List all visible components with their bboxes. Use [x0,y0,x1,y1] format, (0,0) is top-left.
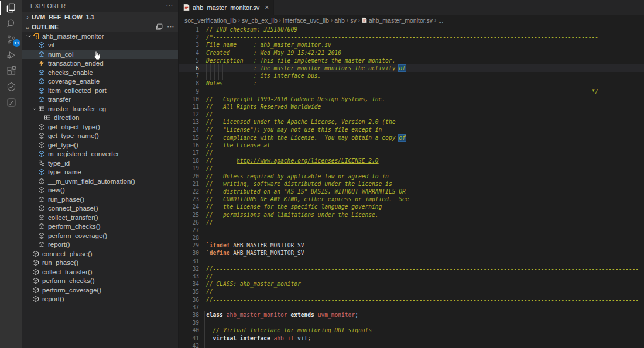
outline-item-get-type-name[interactable]: get_type_name() [22,132,178,141]
code-line-15[interactable]: 15// compliance with the License. You ma… [179,134,644,142]
breadcrumb-item[interactable]: ahb_master_monitor.sv [362,17,433,24]
code-line-29[interactable]: 29`ifndef AHB_MASTER_MONITOR_SV [179,242,644,249]
outline-item-type-name[interactable]: type_name [22,168,178,177]
outline-item-transfer[interactable]: transfer [22,95,178,105]
breadcrumb-item[interactable]: ahb [334,17,345,24]
outline-item-new[interactable]: new() [22,186,178,195]
outline-item-collect-transfer[interactable]: collect_transfer() [22,267,178,277]
outline-item-num-col[interactable]: num_col [22,50,178,59]
code-line-22[interactable]: 22// distributed on an "AS IS" BASIS, WI… [179,188,644,195]
outline-item-direction[interactable]: direction [22,113,178,123]
code-line-11[interactable]: 11// All Rights Reserved Worldwide [179,103,644,111]
run-debug-icon[interactable] [0,47,22,63]
code-line-2[interactable]: 2/*-------------------------------------… [179,33,644,41]
breadcrumb-item[interactable]: interface_uvc_lib [283,17,329,24]
outline-more-icon[interactable]: ⋯ [167,23,174,31]
code-line-12[interactable]: 12// [179,111,644,118]
code-line-text [206,257,644,265]
chevron-down-icon[interactable] [25,33,32,39]
code-line-37[interactable]: 37 [179,304,644,311]
breadcrumb-item[interactable]: sv_cb_ex_lib [242,17,278,24]
code-line-9[interactable]: 9---------------------------------------… [179,88,644,95]
code-editor[interactable]: 1// IVB checksum: 32518076092/*---------… [179,26,644,348]
code-line-34[interactable]: 34// CLASS: ahb_master_monitor [179,280,644,288]
code-line-40[interactable]: 40 // Virtual Interface for monitoring D… [179,326,644,334]
code-line-3[interactable]: 3File name : ahb_master_monitor.sv [179,41,644,49]
code-line-25[interactable]: 25// permissions and limitations under t… [179,211,644,219]
testing-icon[interactable] [0,79,22,95]
code-line-36[interactable]: 36//------------------------------------… [179,296,644,304]
outline-item-checks-enable[interactable]: checks_enable [22,68,178,77]
code-line-35[interactable]: 35// [179,288,644,295]
code-line-33[interactable]: 33// [179,273,644,280]
code-line-42[interactable]: 42 [179,342,644,348]
outline-item-master-transfer-cg[interactable]: master_transfer_cg [22,104,178,113]
outline-item-get-type[interactable]: get_type() [22,140,178,150]
code-line-text: : its interface bus. [206,72,644,80]
outline-item-m-uvm-field-automation[interactable]: __m_uvm_field_automation() [22,177,178,186]
code-line-4[interactable]: 4Created : Wed May 19 15:42:21 2010 [179,49,644,57]
outline-item-perform-checks[interactable]: perform_checks() [22,222,178,232]
code-line-27[interactable]: 27 [179,226,644,234]
section-uvm-ref-flow[interactable]: › UVM_REF_FLOW_1.1 [22,12,178,22]
outline-item-perform-checks[interactable]: perform_checks() [22,277,178,286]
code-line-10[interactable]: 10// Copyright 1999-2010 Cadence Design … [179,95,644,103]
outline-item-coverage-enable[interactable]: coverage_enable [22,77,178,87]
outline-item-connect-phase[interactable]: connect_phase() [22,249,178,259]
outline-item-perform-coverage[interactable]: perform_coverage() [22,231,178,240]
code-line-8[interactable]: 8Notes : [179,80,644,87]
outline-item-m-registered-converter[interactable]: m_registered_converter__ [22,150,178,159]
section-outline[interactable]: ⌄ OUTLINE ⋯ [22,22,178,32]
code-line-20[interactable]: 20// Unless required by applicable law o… [179,173,644,180]
breadcrumb-item[interactable]: sv [350,17,357,24]
code-line-17[interactable]: 17// [179,149,644,157]
code-line-39[interactable]: 39 [179,319,644,326]
code-line-5[interactable]: 5Description : This file implements the … [179,57,644,64]
explorer-icon[interactable] [0,0,22,16]
notebook-icon[interactable] [0,95,22,111]
outline-item-report[interactable]: report() [22,240,178,250]
outline-item-connect-phase[interactable]: connect_phase() [22,204,178,213]
outline-item-type-id[interactable]: type_id [22,159,178,168]
tab-ahb-master-monitor[interactable]: ahb_master_monitor.sv × [179,0,274,15]
code-line-31[interactable]: 31 [179,257,644,265]
code-line-14[interactable]: 14// "License"); you may not use this fi… [179,126,644,133]
code-line-32[interactable]: 32//------------------------------------… [179,265,644,273]
outline-item-run-phase[interactable]: run_phase() [22,195,178,204]
explorer-more-icon[interactable]: ⋯ [166,2,173,10]
outline-item-collect-transfer[interactable]: collect_transfer() [22,213,178,222]
outline-item-item-collected-port[interactable]: item_collected_port [22,86,178,95]
code-line-24[interactable]: 24// the License for the specific langua… [179,203,644,211]
code-line-28[interactable]: 28 [179,234,644,242]
code-line-1[interactable]: 1// IVB checksum: 3251807609 [179,26,644,33]
indent-guide [206,72,207,80]
extensions-icon[interactable] [0,63,22,79]
code-line-23[interactable]: 23// CONDITIONS OF ANY KIND, either expr… [179,195,644,203]
code-line-41[interactable]: 41 virtual interface ahb_if vif; [179,335,644,342]
outline-item-ahb-master-monitor[interactable]: ahb_master_monitor [22,32,178,41]
breadcrumb-item[interactable]: soc_verification_lib [184,17,237,24]
code-line-19[interactable]: 19// [179,164,644,172]
code-line-30[interactable]: 30`define AHB_MASTER_MONITOR_SV [179,249,644,257]
code-line-16[interactable]: 16// the License at [179,142,644,149]
code-line-18[interactable]: 18// http://www.apache.org/licenses/LICE… [179,157,644,164]
outline-item-run-phase[interactable]: run_phase() [22,259,178,268]
source-control-icon[interactable]: 11 [0,32,22,47]
breadcrumb-item[interactable]: ... [438,17,443,24]
outline-item-perform-coverage[interactable]: perform_coverage() [22,285,178,295]
code-line-6[interactable]: 6 : The master monitor monitors the acti… [179,64,644,72]
search-icon[interactable] [0,16,22,32]
code-line-21[interactable]: 21// writing, software distributed under… [179,180,644,188]
code-line-7[interactable]: 7 : its interface bus. [179,72,644,80]
code-line-26[interactable]: 26//------------------------------------… [179,219,644,226]
code-token: File name : ahb_master_monitor.sv [206,42,331,48]
close-icon[interactable]: × [265,4,269,12]
outline-item-transaction-ended[interactable]: transaction_ended [22,59,178,68]
code-line-38[interactable]: 38class ahb_master_monitor extends uvm_m… [179,311,644,319]
collapse-all-icon[interactable] [156,23,163,30]
outline-item-get-object-type[interactable]: get_object_type() [22,122,178,132]
chevron-down-icon[interactable] [30,106,38,112]
outline-item-report[interactable]: report() [22,295,178,304]
code-line-13[interactable]: 13// Licensed under the Apache License, … [179,118,644,126]
outline-item-vif[interactable]: vif [22,41,178,50]
